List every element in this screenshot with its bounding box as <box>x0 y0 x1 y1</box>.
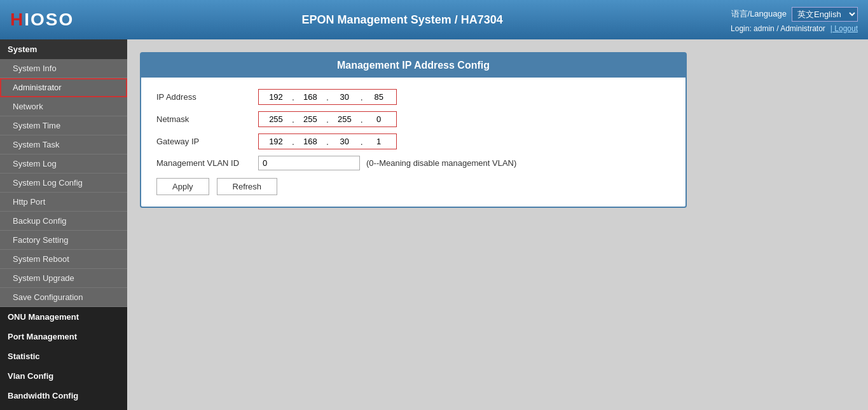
content-area: Management IP Address Config IP Address … <box>127 39 868 410</box>
button-row: Apply Refresh <box>156 178 670 195</box>
sidebar-item-system-info[interactable]: System Info <box>0 59 127 78</box>
header-right: 语言/Language 英文English 中文Chinese Login: a… <box>731 7 858 33</box>
gw-octet-4[interactable] <box>364 135 394 147</box>
ip-address-label: IP Address <box>156 92 258 102</box>
sidebar-section-onu[interactable]: ONU Management <box>0 307 127 327</box>
sidebar-section-bandwidth[interactable]: Bandwidth Config <box>0 386 127 406</box>
sidebar-item-system-time[interactable]: System Time <box>0 116 127 135</box>
sidebar-section-port[interactable]: Port Management <box>0 327 127 346</box>
sidebar-section-vlan[interactable]: Vlan Config <box>0 366 127 386</box>
sidebar-section-statistic[interactable]: Statistic <box>0 346 127 366</box>
sidebar-item-system-log[interactable]: System Log <box>0 154 127 174</box>
ip-sep-1: . <box>291 92 296 102</box>
ip-address-group: . . . <box>258 89 397 105</box>
logo-text: HIOSO <box>10 10 74 30</box>
ip-sep-2: . <box>325 92 330 102</box>
sidebar-section-system[interactable]: System <box>0 39 127 59</box>
sidebar-section-olt-mac[interactable]: OLT Mac Config <box>0 406 127 410</box>
gateway-row: Gateway IP . . . <box>156 133 670 149</box>
config-panel-title: Management IP Address Config <box>141 53 685 78</box>
sidebar-item-system-reboot[interactable]: System Reboot <box>0 250 127 269</box>
main-layout: System System Info Administrator Network… <box>0 39 868 410</box>
vlan-note: (0--Meaning disable management VLAN) <box>366 158 516 168</box>
gateway-label: Gateway IP <box>156 137 258 146</box>
gw-octet-1[interactable] <box>261 135 291 147</box>
sidebar-item-save-config[interactable]: Save Configuration <box>0 288 127 307</box>
config-panel-body: IP Address . . . Netmask <box>141 78 685 207</box>
apply-button[interactable]: Apply <box>156 178 209 195</box>
header-title: EPON Management System / HA7304 <box>302 13 503 27</box>
ip-octet-2[interactable] <box>296 91 325 103</box>
gateway-group: . . . <box>258 133 397 149</box>
sidebar-item-http-port[interactable]: Http Port <box>0 193 127 212</box>
lang-label: 语言/Language <box>731 8 787 20</box>
lang-select[interactable]: 英文English 中文Chinese <box>792 7 858 22</box>
gw-sep-3: . <box>359 137 364 147</box>
sidebar-item-system-log-config[interactable]: System Log Config <box>0 174 127 193</box>
sidebar-item-network[interactable]: Network <box>0 97 127 116</box>
netmask-row: Netmask . . . <box>156 111 670 127</box>
sidebar-item-backup-config[interactable]: Backup Config <box>0 212 127 231</box>
nm-octet-4[interactable] <box>364 113 394 125</box>
vlan-input[interactable] <box>258 156 360 170</box>
logout-link[interactable]: | Logout <box>830 24 858 33</box>
sidebar: System System Info Administrator Network… <box>0 39 127 410</box>
sidebar-item-system-upgrade[interactable]: System Upgrade <box>0 269 127 288</box>
vlan-label: Management VLAN ID <box>156 158 258 168</box>
nm-octet-3[interactable] <box>330 113 359 125</box>
ip-octet-1[interactable] <box>261 91 291 103</box>
netmask-group: . . . <box>258 111 397 127</box>
vlan-row: Management VLAN ID (0--Meaning disable m… <box>156 156 670 170</box>
gw-sep-2: . <box>325 137 330 147</box>
gw-octet-3[interactable] <box>330 135 359 147</box>
nm-sep-2: . <box>325 114 330 125</box>
refresh-button[interactable]: Refresh <box>217 178 278 195</box>
login-text: Login: admin / Administrator <box>731 24 825 33</box>
ip-address-row: IP Address . . . <box>156 89 670 105</box>
ip-octet-3[interactable] <box>330 91 359 103</box>
logo: HIOSO <box>10 10 74 30</box>
gw-octet-2[interactable] <box>296 135 325 147</box>
gw-sep-1: . <box>291 137 296 147</box>
config-panel: Management IP Address Config IP Address … <box>140 52 687 208</box>
netmask-label: Netmask <box>156 114 258 124</box>
sidebar-item-system-task[interactable]: System Task <box>0 135 127 154</box>
nm-sep-1: . <box>291 114 296 125</box>
nm-octet-1[interactable] <box>261 113 291 125</box>
ip-sep-3: . <box>359 92 364 102</box>
nm-octet-2[interactable] <box>296 113 325 125</box>
nm-sep-3: . <box>359 114 364 125</box>
header: HIOSO EPON Management System / HA7304 语言… <box>0 0 868 39</box>
sidebar-item-factory-setting[interactable]: Factory Setting <box>0 231 127 250</box>
ip-octet-4[interactable] <box>364 91 394 103</box>
sidebar-item-administrator[interactable]: Administrator <box>0 78 127 97</box>
